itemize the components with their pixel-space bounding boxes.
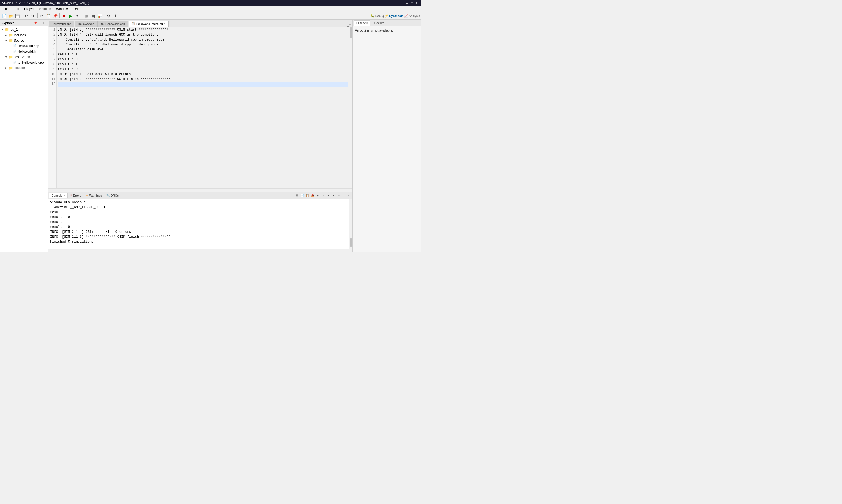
right-tab-outline[interactable]: Outline × <box>354 20 370 26</box>
bottom-tabs: Console × ⊗ Errors ⚠ Warnings 🔧 DRCs ⊞ <box>48 192 352 199</box>
toolbar-run[interactable]: ▶ <box>68 13 74 19</box>
analysis-action[interactable]: 📈 Analysis <box>404 14 420 18</box>
code-area[interactable]: INFO: [SIM 2] *************** CSIM start… <box>57 27 349 188</box>
tree-item-helloworld-h[interactable]: 📄 Helloworld.h <box>0 49 48 54</box>
explorer-pin-btn[interactable]: 📌 <box>33 21 37 25</box>
code-line-8: result : 1 <box>58 62 348 67</box>
tab-helloworld-cpp[interactable]: Helloworld.cpp <box>49 20 74 26</box>
explorer-minimize-btn[interactable]: _ <box>38 21 42 25</box>
menu-window[interactable]: Window <box>54 6 70 12</box>
tree-item-helloworld-cpp[interactable]: 📄 Helloworld.cpp <box>0 43 48 49</box>
title-bar: Vivado HLS 2018.3 - led_1 (F:\Vivado_201… <box>0 0 421 6</box>
toolbar-settings[interactable]: ⚙ <box>106 13 111 19</box>
editor-hscrollbar[interactable] <box>48 188 352 192</box>
bottom-ctrl-edit[interactable]: ✏ <box>337 193 341 198</box>
bottom-tab-console[interactable]: Console × <box>49 193 68 198</box>
menu-project[interactable]: Project <box>22 6 36 12</box>
tree-item-tb-cpp[interactable]: 📄 tb_Helloworld.cpp <box>0 60 48 65</box>
editor-vscroll-thumb[interactable] <box>350 28 352 38</box>
console-tab-label: Console <box>52 194 63 197</box>
console-line-5: result : 0 <box>50 224 350 230</box>
tab-label-csim-log: Helloworld_csim.log <box>136 22 163 25</box>
toolbar-paste[interactable]: 📌 <box>52 13 58 19</box>
bottom-ctrl-8[interactable]: ▼ <box>331 193 336 198</box>
editor-viewport[interactable]: 1 2 3 4 5 6 7 8 9 10 11 12 INFO: [SIM 2]… <box>48 27 352 188</box>
right-tab-directive[interactable]: Directive <box>370 20 386 26</box>
tree-item-source[interactable]: ▼ 📁 Source <box>0 38 48 43</box>
tree-item-includes[interactable]: ▶ 📁 Includes <box>0 32 48 38</box>
console-vscroll-thumb[interactable] <box>350 238 352 247</box>
explorer-maximize-btn[interactable]: □ <box>42 21 46 25</box>
bottom-ctrl-7[interactable]: ◀ <box>326 193 331 198</box>
tab-ctrl-minimize[interactable]: _ <box>347 23 349 26</box>
console-line-7: INFO: [SIM 211-3] *************** CSIM f… <box>50 234 350 239</box>
bottom-tab-errors[interactable]: ⊗ Errors <box>68 193 84 198</box>
toolbar-chart[interactable]: 📊 <box>97 13 103 19</box>
toolbar-redo[interactable]: ↪ <box>30 13 36 19</box>
bottom-ctrl-3[interactable]: 📋 <box>305 193 310 198</box>
tab-label-helloworld-cpp: Helloworld.cpp <box>52 22 71 25</box>
bottom-tab-drcs[interactable]: 🔧 DRCs <box>104 193 121 198</box>
toolbar-undo[interactable]: ↩ <box>23 13 29 19</box>
errors-icon: ⊗ <box>70 194 72 197</box>
directive-tab-label: Directive <box>372 21 384 25</box>
drcs-icon: 🔧 <box>106 194 110 197</box>
label-helloworld-cpp: Helloworld.cpp <box>18 44 39 48</box>
synthesis-action[interactable]: ⚡ Synthesis <box>385 14 403 18</box>
toolbar-sep-1 <box>22 14 22 18</box>
toolbar-info[interactable]: ℹ <box>112 13 118 19</box>
toolbar-stop[interactable]: ■ <box>61 13 67 19</box>
console-line-6: INFO: [SIM 211-1] CSim done with 0 error… <box>50 230 350 234</box>
tab-tb-cpp[interactable]: tb_Helloworld.cpp <box>98 20 128 26</box>
toolbar-open[interactable]: 📂 <box>8 13 14 19</box>
outline-tab-close[interactable]: × <box>366 22 368 24</box>
editor-vscrollbar[interactable] <box>349 27 352 188</box>
toolbar-sep-3 <box>59 14 60 18</box>
toolbar-table[interactable]: ▦ <box>90 13 96 19</box>
bottom-ctrl-minimize[interactable]: _ <box>342 193 346 198</box>
toolbar-sep-4 <box>82 14 82 18</box>
close-button[interactable]: × <box>415 1 419 5</box>
file-icon-helloworld-cpp: 📄 <box>13 44 17 48</box>
tree-item-testbench[interactable]: ▼ 📁 Test Bench <box>0 54 48 60</box>
tree-item-solution1[interactable]: ▶ 📁 solution1 <box>0 65 48 71</box>
line-num-5: 5 <box>48 47 56 52</box>
tab-ctrl-maximize[interactable]: □ <box>349 23 351 26</box>
console-vscrollbar[interactable] <box>349 199 352 249</box>
tab-csim-log[interactable]: 📋 Helloworld_csim.log × <box>128 20 169 26</box>
console-tab-close[interactable]: × <box>64 194 65 197</box>
right-panel-minimize[interactable]: _ <box>412 21 416 24</box>
toolbar-grid[interactable]: ⊞ <box>83 13 89 19</box>
warnings-tab-label: Warnings <box>89 194 102 197</box>
toolbar-cut[interactable]: ✂ <box>39 13 45 19</box>
bottom-ctrl-4[interactable]: 📤 <box>311 193 315 198</box>
minimize-button[interactable]: — <box>405 1 409 5</box>
toolbar-save[interactable]: 💾 <box>14 13 20 19</box>
tab-close-csim-log[interactable]: × <box>164 22 165 25</box>
explorer-controls: 📌 _ □ <box>33 21 46 25</box>
tree-item-led1[interactable]: ▼ 📁 led_1 <box>0 27 48 32</box>
menu-file[interactable]: File <box>1 6 11 12</box>
menu-solution[interactable]: Solution <box>37 6 53 12</box>
bottom-ctrl-5[interactable]: ▶ <box>316 193 320 198</box>
bottom-ctrl-6[interactable]: ▼ <box>321 193 325 198</box>
debug-label: Debug <box>375 14 384 18</box>
toolbar-new[interactable]: 📄 <box>1 13 7 19</box>
bottom-tab-warnings[interactable]: ⚠ Warnings <box>84 193 104 198</box>
console-line-8: Finished C simulation. <box>50 239 350 244</box>
menu-edit[interactable]: Edit <box>11 6 21 12</box>
right-panel-maximize[interactable]: □ <box>416 21 420 24</box>
maximize-button[interactable]: □ <box>410 1 414 5</box>
console-content[interactable]: Vivado HLS Console #define __GMP_LIBGMP_… <box>48 199 352 249</box>
menu-help[interactable]: Help <box>70 6 82 12</box>
toolbar-copy[interactable]: 📋 <box>46 13 52 19</box>
console-line-4: result : 1 <box>50 220 350 224</box>
bottom-ctrl-2[interactable]: 📄 <box>300 193 304 198</box>
console-hscrollbar[interactable] <box>48 249 352 252</box>
debug-action[interactable]: 🐛 Debug <box>371 14 384 18</box>
bottom-ctrl-maximize[interactable]: □ <box>347 193 351 198</box>
explorer-panel: Explorer 📌 _ □ ▼ 📁 led_1 ▶ 📁 Includes <box>0 20 48 252</box>
tab-helloworld-h[interactable]: Helloworld.h <box>75 20 98 26</box>
bottom-ctrl-1[interactable]: ⊞ <box>295 193 299 198</box>
toolbar-run-dropdown[interactable]: ▼ <box>74 13 80 19</box>
